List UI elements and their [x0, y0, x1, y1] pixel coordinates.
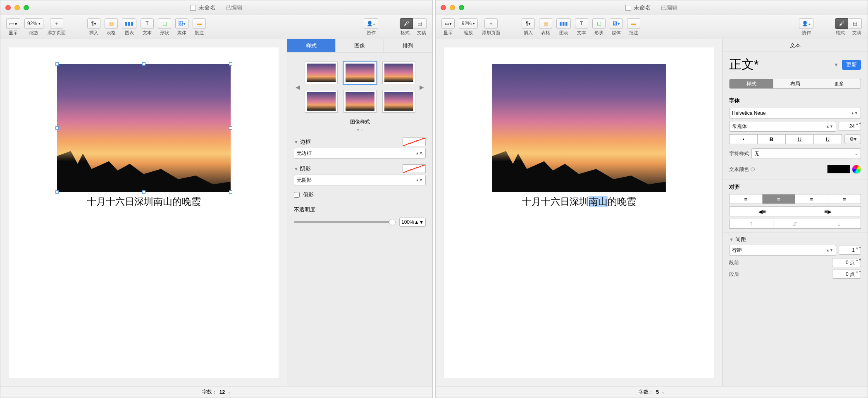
document-canvas[interactable]: 十月十六日深圳南山的晚霞 [0, 39, 287, 386]
doc-button[interactable]: ▤ [413, 18, 427, 29]
color-swatch[interactable] [827, 165, 850, 173]
italic-button[interactable]: U [786, 134, 814, 144]
prev-style-icon[interactable]: ◀ [296, 84, 300, 90]
view-button[interactable]: ▭▾ [441, 18, 455, 29]
tab-style[interactable]: 样式 [729, 79, 773, 89]
align-right-button[interactable]: ≡ [795, 194, 828, 204]
chevron-down-icon[interactable]: ⌄ [661, 390, 665, 394]
next-style-icon[interactable]: ▶ [420, 84, 424, 90]
border-dropdown[interactable]: 无边框▲▼ [294, 148, 426, 159]
style-preset[interactable] [343, 90, 377, 113]
chevron-down-icon[interactable]: ▼ [834, 62, 839, 68]
align-justify-button[interactable]: ≡ [828, 194, 861, 204]
resize-handle[interactable] [142, 62, 145, 66]
line-spacing-field[interactable]: 1▲▼ [839, 246, 861, 255]
paragraph-style-name[interactable]: 正文* [729, 56, 759, 73]
opacity-field[interactable]: 100%▲▼ [399, 218, 426, 227]
minimize-icon[interactable] [450, 5, 455, 10]
zoom-button[interactable]: 92%▾ [459, 18, 478, 29]
zoom-button[interactable]: 92%▾ [24, 18, 43, 29]
pager-dots: ● ○ [294, 127, 426, 132]
border-swatch[interactable] [403, 137, 426, 146]
shadow-value: 无阴影 [297, 177, 312, 184]
valign-top-button[interactable]: ⤒ [729, 219, 773, 229]
image-caption[interactable]: 十月十六日深圳南山的晚霞 [444, 195, 714, 208]
tab-layout[interactable]: 布局 [773, 79, 817, 89]
update-button[interactable]: 更新 [842, 60, 861, 70]
view-button[interactable]: ▭▾ [6, 18, 20, 29]
format-button[interactable]: 🖌 [835, 18, 848, 29]
tab-image[interactable]: 图像 [336, 39, 384, 52]
line-spacing-dropdown[interactable]: 行距▲▼ [729, 245, 836, 256]
opacity-slider[interactable] [294, 221, 396, 223]
media-button[interactable]: 🖼▾ [175, 18, 188, 29]
resize-handle[interactable] [229, 126, 232, 130]
style-preset[interactable] [382, 62, 415, 84]
resize-handle[interactable] [229, 190, 232, 194]
align-left-button[interactable]: ≡ [729, 194, 763, 204]
outdent-button[interactable]: ◀≡ [729, 206, 795, 216]
resize-handle[interactable] [55, 190, 59, 194]
collab-button[interactable]: 👤₊ [799, 18, 813, 29]
space-before-field[interactable]: 0 点▲▼ [832, 258, 861, 267]
char-style-dropdown[interactable]: 无⌄ [751, 148, 861, 159]
image-caption[interactable]: 十月十六日深圳南山的晚霞 [9, 195, 279, 208]
tab-style[interactable]: 样式 [287, 39, 336, 52]
maximize-icon[interactable] [459, 5, 464, 10]
font-family-dropdown[interactable]: Helvetica Neue▲▼ [729, 108, 861, 118]
inline-image[interactable] [492, 64, 666, 192]
reflection-checkbox[interactable] [294, 192, 300, 198]
style-preset[interactable] [305, 90, 338, 113]
underline-button[interactable]: U [814, 134, 842, 144]
maximize-icon[interactable] [24, 5, 29, 10]
tab-arrange[interactable]: 排列 [384, 39, 432, 52]
chart-button[interactable]: ▮▮▮ [122, 18, 136, 29]
title-doc-name: 未命名 [198, 4, 216, 12]
collab-label: 协作 [802, 30, 811, 36]
chevron-down-icon[interactable]: ⌄ [227, 390, 231, 394]
bold-button[interactable]: B [758, 134, 786, 144]
style-preset[interactable] [382, 90, 415, 113]
valign-middle-button[interactable]: ⇵ [773, 219, 817, 229]
space-after-field[interactable]: 0 点▲▼ [832, 270, 861, 279]
resize-handle[interactable] [55, 62, 59, 66]
table-button[interactable]: ▦ [105, 18, 118, 29]
annot-button[interactable]: ▬ [627, 18, 640, 29]
add-page-button[interactable]: ＋ [484, 18, 498, 29]
doc-button[interactable]: ▤ [849, 18, 862, 29]
chart-button[interactable]: ▮▮▮ [556, 18, 571, 29]
close-icon[interactable] [5, 5, 11, 10]
add-page-button[interactable]: ＋ [50, 18, 63, 29]
collab-button[interactable]: 👤₊ [364, 18, 378, 29]
resize-handle[interactable] [229, 62, 232, 66]
shape-button[interactable]: ▢ [592, 18, 606, 29]
align-center-button[interactable]: ≡ [763, 194, 796, 204]
table-button[interactable]: ▦ [539, 18, 552, 29]
color-wheel-icon[interactable] [852, 165, 861, 174]
font-size-field[interactable]: 24▲▼ [839, 122, 861, 131]
shadow-swatch[interactable] [403, 164, 426, 173]
media-button[interactable]: 🖼▾ [610, 18, 623, 29]
document-canvas[interactable]: 十月十六日深圳南山的晚霞 [436, 39, 722, 386]
resize-handle[interactable] [55, 126, 59, 130]
gear-dropdown[interactable]: ⚙▾ [844, 134, 861, 144]
shadow-dropdown[interactable]: 无阴影▲▼ [294, 175, 426, 185]
indent-button[interactable]: ≡▶ [795, 206, 861, 216]
selected-image[interactable] [57, 64, 231, 192]
style-preset[interactable] [305, 62, 338, 84]
valign-bottom-button[interactable]: ⤓ [817, 219, 861, 229]
annot-button[interactable]: ▬ [193, 18, 206, 29]
bullet-button[interactable]: • [729, 134, 758, 144]
format-button[interactable]: 🖌 [400, 18, 413, 29]
insert-button[interactable]: ¶▾ [522, 18, 535, 29]
font-weight-dropdown[interactable]: 常规体▲▼ [729, 121, 836, 132]
close-icon[interactable] [441, 5, 446, 10]
text-button[interactable]: T [141, 18, 154, 29]
insert-button[interactable]: ¶▾ [87, 18, 100, 29]
shape-button[interactable]: ▢ [158, 18, 171, 29]
text-button[interactable]: T [575, 18, 588, 29]
style-preset[interactable] [343, 62, 377, 84]
resize-handle[interactable] [142, 190, 145, 194]
minimize-icon[interactable] [14, 5, 20, 10]
tab-more[interactable]: 更多 [817, 79, 861, 89]
